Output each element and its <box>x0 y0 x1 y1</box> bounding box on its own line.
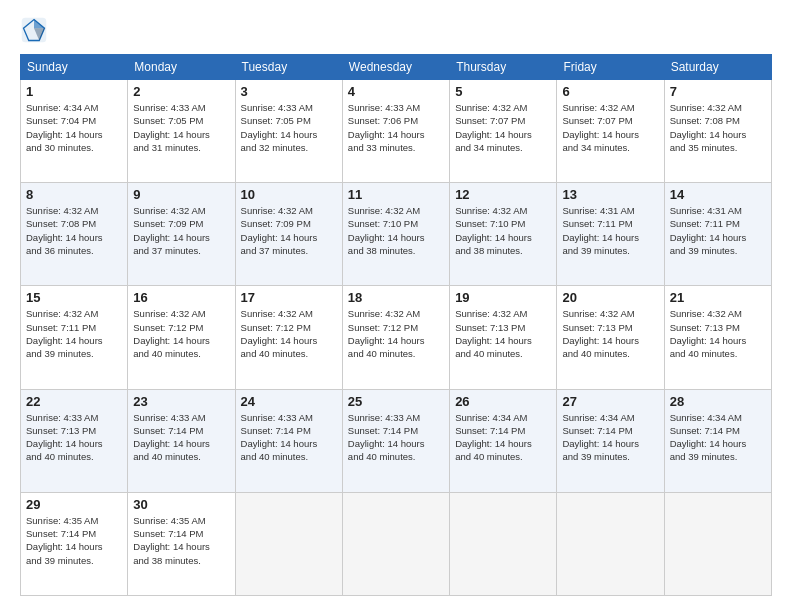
day-number: 16 <box>133 290 229 305</box>
day-number: 13 <box>562 187 658 202</box>
calendar-week-5: 29Sunrise: 4:35 AM Sunset: 7:14 PM Dayli… <box>21 492 772 595</box>
calendar-body: 1Sunrise: 4:34 AM Sunset: 7:04 PM Daylig… <box>21 80 772 596</box>
day-number: 11 <box>348 187 444 202</box>
calendar-week-3: 15Sunrise: 4:32 AM Sunset: 7:11 PM Dayli… <box>21 286 772 389</box>
day-number: 30 <box>133 497 229 512</box>
calendar-cell: 28Sunrise: 4:34 AM Sunset: 7:14 PM Dayli… <box>664 389 771 492</box>
logo <box>20 16 52 44</box>
day-number: 3 <box>241 84 337 99</box>
calendar-cell: 2Sunrise: 4:33 AM Sunset: 7:05 PM Daylig… <box>128 80 235 183</box>
weekday-header-row: SundayMondayTuesdayWednesdayThursdayFrid… <box>21 55 772 80</box>
calendar-cell: 10Sunrise: 4:32 AM Sunset: 7:09 PM Dayli… <box>235 183 342 286</box>
day-number: 20 <box>562 290 658 305</box>
weekday-header-sunday: Sunday <box>21 55 128 80</box>
day-number: 9 <box>133 187 229 202</box>
day-number: 12 <box>455 187 551 202</box>
calendar-week-2: 8Sunrise: 4:32 AM Sunset: 7:08 PM Daylig… <box>21 183 772 286</box>
day-info: Sunrise: 4:32 AM Sunset: 7:09 PM Dayligh… <box>241 205 318 256</box>
day-info: Sunrise: 4:33 AM Sunset: 7:05 PM Dayligh… <box>133 102 210 153</box>
day-info: Sunrise: 4:32 AM Sunset: 7:08 PM Dayligh… <box>26 205 103 256</box>
day-info: Sunrise: 4:33 AM Sunset: 7:14 PM Dayligh… <box>133 412 210 463</box>
calendar-cell: 26Sunrise: 4:34 AM Sunset: 7:14 PM Dayli… <box>450 389 557 492</box>
day-info: Sunrise: 4:35 AM Sunset: 7:14 PM Dayligh… <box>133 515 210 566</box>
calendar-cell: 9Sunrise: 4:32 AM Sunset: 7:09 PM Daylig… <box>128 183 235 286</box>
calendar-table: SundayMondayTuesdayWednesdayThursdayFrid… <box>20 54 772 596</box>
day-info: Sunrise: 4:32 AM Sunset: 7:11 PM Dayligh… <box>26 308 103 359</box>
calendar-cell: 18Sunrise: 4:32 AM Sunset: 7:12 PM Dayli… <box>342 286 449 389</box>
calendar-cell: 22Sunrise: 4:33 AM Sunset: 7:13 PM Dayli… <box>21 389 128 492</box>
page: SundayMondayTuesdayWednesdayThursdayFrid… <box>0 0 792 612</box>
day-info: Sunrise: 4:31 AM Sunset: 7:11 PM Dayligh… <box>562 205 639 256</box>
weekday-header-thursday: Thursday <box>450 55 557 80</box>
calendar-cell <box>557 492 664 595</box>
calendar-cell: 21Sunrise: 4:32 AM Sunset: 7:13 PM Dayli… <box>664 286 771 389</box>
day-info: Sunrise: 4:32 AM Sunset: 7:07 PM Dayligh… <box>562 102 639 153</box>
day-info: Sunrise: 4:32 AM Sunset: 7:07 PM Dayligh… <box>455 102 532 153</box>
day-info: Sunrise: 4:32 AM Sunset: 7:10 PM Dayligh… <box>348 205 425 256</box>
header <box>20 16 772 44</box>
day-info: Sunrise: 4:33 AM Sunset: 7:14 PM Dayligh… <box>241 412 318 463</box>
day-number: 19 <box>455 290 551 305</box>
calendar-cell: 27Sunrise: 4:34 AM Sunset: 7:14 PM Dayli… <box>557 389 664 492</box>
day-number: 2 <box>133 84 229 99</box>
calendar-cell: 25Sunrise: 4:33 AM Sunset: 7:14 PM Dayli… <box>342 389 449 492</box>
weekday-header-wednesday: Wednesday <box>342 55 449 80</box>
calendar-cell <box>342 492 449 595</box>
day-info: Sunrise: 4:32 AM Sunset: 7:08 PM Dayligh… <box>670 102 747 153</box>
calendar-cell: 11Sunrise: 4:32 AM Sunset: 7:10 PM Dayli… <box>342 183 449 286</box>
day-info: Sunrise: 4:33 AM Sunset: 7:06 PM Dayligh… <box>348 102 425 153</box>
weekday-header-saturday: Saturday <box>664 55 771 80</box>
day-number: 10 <box>241 187 337 202</box>
day-info: Sunrise: 4:32 AM Sunset: 7:12 PM Dayligh… <box>348 308 425 359</box>
day-info: Sunrise: 4:35 AM Sunset: 7:14 PM Dayligh… <box>26 515 103 566</box>
calendar-cell <box>450 492 557 595</box>
weekday-header-friday: Friday <box>557 55 664 80</box>
day-number: 18 <box>348 290 444 305</box>
day-info: Sunrise: 4:32 AM Sunset: 7:09 PM Dayligh… <box>133 205 210 256</box>
day-number: 6 <box>562 84 658 99</box>
calendar-cell: 14Sunrise: 4:31 AM Sunset: 7:11 PM Dayli… <box>664 183 771 286</box>
day-info: Sunrise: 4:32 AM Sunset: 7:13 PM Dayligh… <box>562 308 639 359</box>
day-info: Sunrise: 4:31 AM Sunset: 7:11 PM Dayligh… <box>670 205 747 256</box>
day-number: 5 <box>455 84 551 99</box>
calendar-cell: 15Sunrise: 4:32 AM Sunset: 7:11 PM Dayli… <box>21 286 128 389</box>
calendar-cell: 7Sunrise: 4:32 AM Sunset: 7:08 PM Daylig… <box>664 80 771 183</box>
day-info: Sunrise: 4:34 AM Sunset: 7:14 PM Dayligh… <box>670 412 747 463</box>
calendar-week-1: 1Sunrise: 4:34 AM Sunset: 7:04 PM Daylig… <box>21 80 772 183</box>
calendar-cell: 4Sunrise: 4:33 AM Sunset: 7:06 PM Daylig… <box>342 80 449 183</box>
calendar-cell: 13Sunrise: 4:31 AM Sunset: 7:11 PM Dayli… <box>557 183 664 286</box>
day-info: Sunrise: 4:32 AM Sunset: 7:12 PM Dayligh… <box>133 308 210 359</box>
calendar-cell <box>664 492 771 595</box>
calendar-cell: 23Sunrise: 4:33 AM Sunset: 7:14 PM Dayli… <box>128 389 235 492</box>
calendar-cell: 30Sunrise: 4:35 AM Sunset: 7:14 PM Dayli… <box>128 492 235 595</box>
day-info: Sunrise: 4:33 AM Sunset: 7:13 PM Dayligh… <box>26 412 103 463</box>
day-number: 26 <box>455 394 551 409</box>
day-info: Sunrise: 4:34 AM Sunset: 7:14 PM Dayligh… <box>455 412 532 463</box>
day-info: Sunrise: 4:32 AM Sunset: 7:13 PM Dayligh… <box>455 308 532 359</box>
calendar-cell: 19Sunrise: 4:32 AM Sunset: 7:13 PM Dayli… <box>450 286 557 389</box>
weekday-header-tuesday: Tuesday <box>235 55 342 80</box>
calendar-week-4: 22Sunrise: 4:33 AM Sunset: 7:13 PM Dayli… <box>21 389 772 492</box>
day-number: 29 <box>26 497 122 512</box>
day-number: 27 <box>562 394 658 409</box>
day-number: 14 <box>670 187 766 202</box>
calendar-cell: 1Sunrise: 4:34 AM Sunset: 7:04 PM Daylig… <box>21 80 128 183</box>
day-info: Sunrise: 4:32 AM Sunset: 7:12 PM Dayligh… <box>241 308 318 359</box>
day-info: Sunrise: 4:34 AM Sunset: 7:04 PM Dayligh… <box>26 102 103 153</box>
day-number: 7 <box>670 84 766 99</box>
day-number: 28 <box>670 394 766 409</box>
day-info: Sunrise: 4:33 AM Sunset: 7:05 PM Dayligh… <box>241 102 318 153</box>
day-number: 8 <box>26 187 122 202</box>
day-number: 24 <box>241 394 337 409</box>
calendar-cell: 16Sunrise: 4:32 AM Sunset: 7:12 PM Dayli… <box>128 286 235 389</box>
calendar-cell: 17Sunrise: 4:32 AM Sunset: 7:12 PM Dayli… <box>235 286 342 389</box>
day-number: 4 <box>348 84 444 99</box>
calendar-cell: 3Sunrise: 4:33 AM Sunset: 7:05 PM Daylig… <box>235 80 342 183</box>
day-number: 22 <box>26 394 122 409</box>
weekday-header-monday: Monday <box>128 55 235 80</box>
calendar-cell: 24Sunrise: 4:33 AM Sunset: 7:14 PM Dayli… <box>235 389 342 492</box>
day-number: 21 <box>670 290 766 305</box>
day-info: Sunrise: 4:34 AM Sunset: 7:14 PM Dayligh… <box>562 412 639 463</box>
day-number: 15 <box>26 290 122 305</box>
day-number: 1 <box>26 84 122 99</box>
